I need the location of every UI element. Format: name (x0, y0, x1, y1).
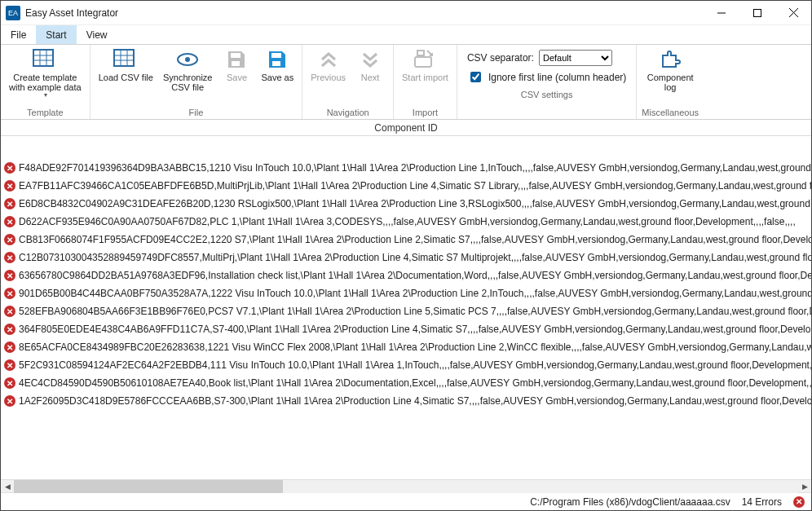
error-icon: ✕ (4, 180, 15, 192)
svg-rect-18 (271, 53, 281, 58)
error-icon: ✕ (4, 306, 15, 317)
row-text: CB813F0668074F1F955ACFD09E4CC2E2,1220 S7… (19, 234, 811, 245)
load-csv-button[interactable]: Load CSV file (95, 46, 157, 84)
chevron-down-icon: ▾ (44, 92, 47, 99)
create-template-label: Create template with example data (9, 73, 82, 92)
scroll-right-button[interactable]: ▶ (798, 480, 811, 493)
status-path: C:/Program Files (x86)/vdogClient/aaaaaa… (530, 496, 730, 508)
maximize-button[interactable] (739, 1, 775, 25)
template-group-label: Template (27, 106, 64, 119)
start-import-button[interactable]: Start import (399, 46, 452, 84)
ribbon: Create template with example data ▾ Temp… (1, 45, 811, 120)
svg-rect-4 (33, 50, 53, 66)
scroll-track[interactable] (14, 480, 798, 493)
save-as-label: Save as (261, 73, 293, 82)
status-errors: 14 Errors (742, 496, 782, 508)
svg-point-15 (185, 57, 190, 62)
menu-bar: File Start View (1, 25, 811, 45)
csv-separator-select[interactable]: Default (539, 50, 612, 66)
ignore-first-line-input[interactable] (470, 72, 481, 82)
scroll-thumb[interactable] (14, 480, 283, 493)
svg-rect-17 (232, 61, 240, 66)
ignore-first-line-label: Ignore first line (column header) (488, 72, 626, 83)
table-row[interactable]: ✕4EC4CD84590D4590B50610108AE7EA40,Book l… (1, 374, 811, 392)
table-row[interactable]: ✕5F2C931C08594124AF2EC64A2F2EBDB4,111 Vi… (1, 356, 811, 374)
save-button[interactable]: Save (218, 46, 254, 84)
svg-rect-9 (114, 50, 134, 66)
scroll-left-button[interactable]: ◀ (1, 480, 14, 493)
ignore-first-line-checkbox[interactable]: Ignore first line (column header) (467, 69, 626, 85)
ribbon-group-csv: CSV separator: Default Ignore first line… (457, 45, 637, 119)
horizontal-scrollbar[interactable]: ◀ ▶ (1, 479, 811, 492)
save-label: Save (227, 73, 247, 82)
row-text: C12B073103004352889459749DFC8557,MultiPr… (19, 252, 811, 263)
table-row[interactable]: ✕528EFBA906804B5AA66F3E1BB96F76E0,PCS7 V… (1, 302, 811, 320)
csv-separator-label: CSV separator: (467, 52, 534, 64)
error-icon: ✕ (4, 234, 15, 245)
table-row[interactable]: ✕EA7FB11AFC39466CA1C05EABFDFE6B5D,MultiP… (1, 177, 811, 195)
chevron-down-double-icon (357, 48, 383, 71)
eye-icon (174, 48, 201, 71)
error-icon: ✕ (4, 198, 15, 209)
ribbon-group-template: Create template with example data ▾ Temp… (1, 45, 90, 119)
import-group-label: Import (413, 106, 438, 119)
row-text: D622ACF935E946C0A90AA0750AF67D82,PLC 1,\… (19, 216, 796, 227)
previous-label: Previous (311, 73, 346, 82)
start-import-label: Start import (402, 73, 448, 82)
status-bar: C:/Program Files (x86)/vdogClient/aaaaaa… (1, 492, 811, 510)
data-grid: ✕F48ADE92F701419396364D9BA3ABBC15,1210 V… (1, 159, 811, 479)
ribbon-group-navigation: Previous Next Navigation (302, 45, 394, 119)
minimize-button[interactable] (704, 1, 739, 25)
row-text: EA7FB11AFC39466CA1C05EABFDFE6B5D,MultiPr… (19, 180, 811, 192)
table-row[interactable]: ✕1A2F26095D3C418D9E5786FCCCEAA6BB,S7-300… (1, 392, 811, 410)
row-text: 8E65ACFA0CE8434989FBC20E26283638,1221 Vi… (19, 341, 811, 353)
app-icon: EA (6, 6, 20, 20)
row-text: 5F2C931C08594124AF2EC64A2F2EBDB4,111 Vis… (19, 359, 811, 371)
title-bar: EA Easy Asset Integrator (1, 1, 811, 25)
row-text: F48ADE92F701419396364D9BA3ABBC15,1210 Vi… (19, 162, 811, 174)
previous-button[interactable]: Previous (307, 46, 349, 84)
csv-group-label: CSV settings (521, 88, 573, 101)
row-text: 63656780C9864DD2BA51A9768A3EDF96,Install… (19, 270, 811, 281)
svg-rect-21 (417, 51, 424, 55)
table-row[interactable]: ✕C12B073103004352889459749DFC8557,MultiP… (1, 249, 811, 267)
table-row[interactable]: ✕901D65B00B4C44BCAA0BF750A3528A7A,1222 V… (1, 284, 811, 302)
error-icon: ✕ (4, 341, 15, 353)
file-group-label: File (189, 106, 204, 119)
save-as-button[interactable]: Save as (258, 46, 297, 84)
error-icon: ✕ (4, 288, 15, 299)
navigation-group-label: Navigation (327, 106, 369, 119)
tab-file[interactable]: File (1, 25, 36, 44)
error-icon: ✕ (4, 359, 15, 371)
next-button[interactable]: Next (352, 46, 388, 84)
table-row[interactable]: ✕8E65ACFA0CE8434989FBC20E26283638,1221 V… (1, 338, 811, 356)
column-header[interactable]: Component ID (1, 120, 811, 136)
synchronize-button[interactable]: Synchronize CSV file (160, 46, 216, 94)
ribbon-group-misc: Component log Miscellaneous (637, 45, 704, 119)
error-icon: ✕ (4, 324, 15, 335)
row-text: 364F805E0EDE4E438C4AB6A9FFD11C7A,S7-400,… (19, 324, 811, 335)
table-row[interactable]: ✕364F805E0EDE4E438C4AB6A9FFD11C7A,S7-400… (1, 320, 811, 338)
tab-start[interactable]: Start (36, 25, 76, 44)
table-row[interactable]: ✕63656780C9864DD2BA51A9768A3EDF96,Instal… (1, 267, 811, 284)
error-icon: ✕ (4, 395, 15, 407)
svg-rect-16 (231, 53, 241, 58)
save-icon (223, 48, 249, 71)
close-icon (789, 8, 798, 17)
create-template-button[interactable]: Create template with example data ▾ (6, 46, 85, 101)
table-row[interactable]: ✕E6D8CB4832C04902A9C31DEAFE26B20D,1230 R… (1, 195, 811, 213)
svg-rect-19 (272, 61, 280, 66)
component-log-button[interactable]: Component log (644, 46, 697, 94)
row-text: 528EFBA906804B5AA66F3E1BB96F76E0,PCS7 V7… (19, 306, 811, 317)
grid-icon (113, 48, 139, 71)
minimize-icon (717, 9, 726, 17)
table-row[interactable]: ✕F48ADE92F701419396364D9BA3ABBC15,1210 V… (1, 159, 811, 177)
close-button[interactable] (775, 1, 811, 25)
window-title: Easy Asset Integrator (25, 7, 118, 19)
tab-view[interactable]: View (77, 25, 117, 44)
error-icon: ✕ (793, 496, 805, 508)
table-row[interactable]: ✕D622ACF935E946C0A90AA0750AF67D82,PLC 1,… (1, 213, 811, 231)
table-row[interactable]: ✕CB813F0668074F1F955ACFD09E4CC2E2,1220 S… (1, 231, 811, 249)
svg-rect-1 (754, 9, 761, 16)
spacer-row (1, 136, 811, 159)
